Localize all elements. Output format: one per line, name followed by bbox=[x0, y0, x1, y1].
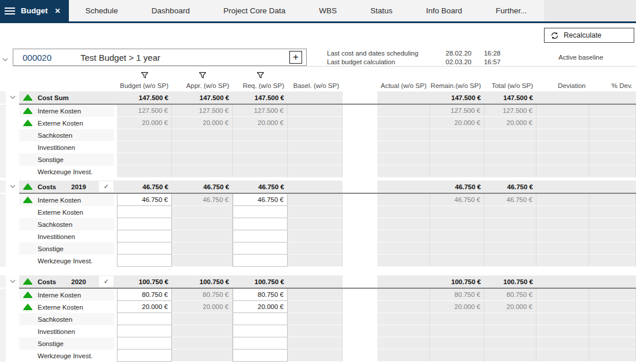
column-label: Req. (w/o SP) bbox=[242, 82, 284, 89]
cell-req[interactable] bbox=[233, 242, 288, 255]
cell-budget[interactable] bbox=[117, 206, 172, 218]
cell-req[interactable] bbox=[233, 206, 288, 218]
cell-req[interactable]: 46.750 € bbox=[233, 194, 288, 206]
cell-req bbox=[233, 166, 288, 178]
cell-basel bbox=[288, 194, 343, 206]
cell-req[interactable] bbox=[233, 313, 288, 325]
cell-basel bbox=[288, 105, 343, 117]
cell-budget[interactable]: 80.750 € bbox=[117, 289, 172, 301]
cell-actual bbox=[377, 230, 430, 242]
year-checkbox[interactable]: ✓ bbox=[99, 181, 113, 192]
cell-budget[interactable] bbox=[117, 337, 172, 350]
cell-budget[interactable] bbox=[117, 325, 172, 337]
cell-req[interactable] bbox=[233, 255, 288, 267]
tab-wbs[interactable]: WBS bbox=[302, 0, 354, 21]
group-total-remain: 46.750 € bbox=[430, 181, 484, 193]
filter-icon-req[interactable] bbox=[256, 71, 264, 81]
cell-budget bbox=[117, 153, 172, 166]
group-total-appr: 147.500 € bbox=[172, 91, 233, 104]
tab-further[interactable]: Further... bbox=[479, 0, 544, 21]
cell-req[interactable] bbox=[233, 337, 288, 350]
row-indent bbox=[6, 117, 19, 129]
cost-row: Sachkosten bbox=[0, 313, 636, 325]
cell-appr bbox=[172, 141, 233, 153]
scheduling-info: Last cost and dates scheduling 28.02.20 … bbox=[327, 49, 603, 66]
cell-budget[interactable] bbox=[117, 230, 172, 242]
cell-deviation bbox=[536, 166, 589, 178]
cell-budget[interactable]: 20.000 € bbox=[117, 301, 172, 313]
recalculate-button[interactable]: Recalculate bbox=[544, 28, 634, 43]
filter-icon-budget[interactable] bbox=[141, 71, 148, 81]
group-total-pdev bbox=[589, 275, 636, 288]
cell-budget[interactable] bbox=[117, 313, 172, 325]
row-rail bbox=[0, 325, 6, 337]
trend-up-icon bbox=[23, 292, 32, 298]
project-collapse-icon[interactable] bbox=[2, 54, 8, 64]
row-label: Sachkosten bbox=[38, 132, 72, 139]
row-label-cell: Werkzeuge Invest. bbox=[19, 255, 114, 267]
row-label: Investitionen bbox=[38, 328, 75, 335]
close-tab-icon[interactable]: ✕ bbox=[55, 7, 61, 15]
cell-budget[interactable]: 46.750 € bbox=[117, 194, 172, 206]
cell-req[interactable] bbox=[233, 218, 288, 230]
collapse-group-control[interactable] bbox=[6, 275, 19, 288]
pane-divider bbox=[343, 166, 377, 178]
tab-dashboard[interactable]: Dashboard bbox=[135, 0, 207, 21]
trend-up-icon bbox=[23, 94, 32, 101]
cell-deviation bbox=[536, 350, 589, 362]
cell-req[interactable] bbox=[233, 325, 288, 337]
cell-actual bbox=[377, 117, 430, 129]
tab-project-core-data[interactable]: Project Core Data bbox=[207, 0, 302, 21]
collapse-group-control[interactable] bbox=[6, 181, 19, 193]
cell-req[interactable] bbox=[233, 350, 288, 362]
group-total-req: 46.750 € bbox=[233, 181, 288, 193]
table-header: Budget (w/o SP)Appr. (w/o SP)Req. (w/o S… bbox=[0, 68, 636, 91]
cell-appr bbox=[172, 230, 233, 242]
cell-deviation bbox=[536, 218, 589, 230]
tab-budget[interactable]: Budget ✕ bbox=[0, 0, 69, 21]
cell-appr bbox=[172, 153, 233, 166]
cell-budget[interactable] bbox=[117, 350, 172, 362]
cell-deviation bbox=[536, 141, 589, 153]
cell-remain bbox=[430, 129, 484, 141]
cell-deviation bbox=[536, 206, 589, 218]
filter-icon-appr[interactable] bbox=[198, 71, 206, 81]
tab-schedule[interactable]: Schedule bbox=[69, 0, 135, 21]
row-label-cell: Externe Kosten bbox=[19, 206, 114, 218]
cell-req: 20.000 € bbox=[233, 117, 288, 129]
cell-req[interactable]: 20.000 € bbox=[233, 301, 288, 313]
trend-up-icon bbox=[23, 120, 32, 126]
row-label: Externe Kosten bbox=[38, 304, 83, 311]
refresh-icon bbox=[550, 31, 559, 40]
column-header-pdev: % Dev. bbox=[589, 68, 636, 91]
row-rail bbox=[0, 105, 6, 117]
cell-total bbox=[484, 218, 536, 230]
cell-req[interactable]: 80.750 € bbox=[233, 289, 288, 301]
cell-appr bbox=[172, 255, 233, 267]
cell-budget[interactable] bbox=[117, 242, 172, 255]
menu-icon[interactable] bbox=[5, 8, 15, 14]
add-project-button[interactable]: + bbox=[289, 51, 302, 64]
cell-req[interactable] bbox=[233, 230, 288, 242]
row-rail bbox=[0, 301, 6, 313]
year-checkbox[interactable]: ✓ bbox=[99, 276, 113, 287]
cell-pdev bbox=[589, 153, 636, 166]
cost-row: Sonstige bbox=[0, 153, 636, 166]
column-header-deviation: Deviation bbox=[536, 68, 589, 91]
cell-basel bbox=[288, 129, 343, 141]
trend-up-icon bbox=[23, 108, 32, 114]
row-label: Sonstige bbox=[38, 245, 64, 252]
cell-pdev bbox=[589, 194, 636, 206]
tab-bar: Budget ✕ ScheduleDashboardProject Core D… bbox=[0, 0, 636, 21]
group-total-req: 100.750 € bbox=[233, 275, 288, 288]
column-header-budget: Budget (w/o SP) bbox=[117, 68, 172, 91]
header-spacer bbox=[6, 68, 19, 91]
tab-status[interactable]: Status bbox=[354, 0, 409, 21]
group-header-row: Cost Sum147.500 €147.500 €147.500 €147.5… bbox=[0, 91, 636, 104]
tab-info-board[interactable]: Info Board bbox=[409, 0, 479, 21]
collapse-group-control[interactable] bbox=[6, 91, 19, 104]
cost-row: Sonstige bbox=[0, 337, 636, 350]
cell-budget[interactable] bbox=[117, 255, 172, 267]
cell-budget[interactable] bbox=[117, 218, 172, 230]
project-selector[interactable]: 000020 Test Budget > 1 year + bbox=[13, 49, 307, 66]
